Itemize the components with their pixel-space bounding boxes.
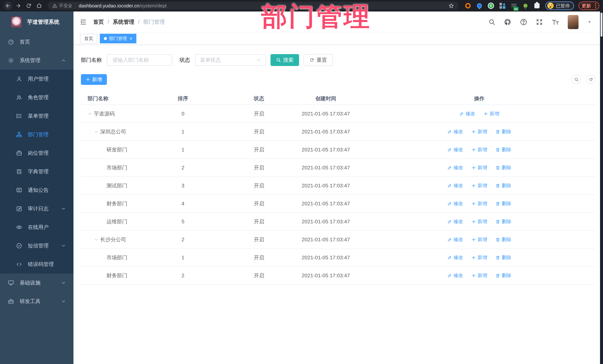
sidebar-item-0[interactable]: 首页	[0, 33, 73, 51]
github-icon[interactable]	[504, 18, 511, 26]
sidebar-collapse-icon[interactable]	[80, 19, 87, 26]
extension-on-icon[interactable]: on	[511, 3, 517, 9]
edit-dept-link[interactable]: 修改	[447, 200, 463, 207]
delete-dept-link[interactable]: 删除	[495, 218, 511, 225]
delete-dept-link[interactable]: 删除	[495, 146, 511, 153]
header-search-icon[interactable]	[488, 19, 495, 26]
dept-status: 开启	[229, 218, 289, 225]
add-child-dept-link[interactable]: 新增	[471, 146, 487, 153]
sidebar-item-14[interactable]: 研发工具	[0, 292, 73, 311]
add-child-dept-link[interactable]: 新增	[471, 236, 487, 243]
edit-dept-link[interactable]: 修改	[447, 164, 463, 171]
avatar-caret-down-icon[interactable]	[587, 20, 592, 24]
edit-dept-link[interactable]: 修改	[447, 272, 463, 279]
refresh-table-button[interactable]	[586, 75, 596, 84]
extension-gear-icon[interactable]	[465, 3, 471, 9]
scrollbar-thumb[interactable]	[601, 13, 603, 37]
tab-home[interactable]: 首页	[80, 34, 97, 43]
add-child-dept-link[interactable]: 新增	[471, 128, 487, 135]
delete-dept-link[interactable]: 删除	[495, 164, 511, 171]
dept-status: 开启	[229, 200, 289, 207]
browser-update-button[interactable]: 更新	[579, 1, 599, 10]
edit-dept-link[interactable]: 修改	[447, 254, 463, 261]
sidebar-item-2[interactable]: 用户管理	[0, 70, 73, 88]
add-child-dept-link[interactable]: 新增	[471, 272, 487, 279]
sidebar-item-1[interactable]: 系统管理	[0, 51, 73, 70]
sidebar-item-4[interactable]: 菜单管理	[0, 107, 73, 125]
browser-back-icon[interactable]	[4, 1, 12, 10]
browser-profile-chip[interactable]: 已暂停	[545, 1, 574, 10]
tree-expand-caret-icon[interactable]	[94, 237, 100, 242]
address-bar[interactable]: 不安全 dashboard.yudao.iocoder.cn /system/d…	[48, 2, 458, 10]
breadcrumb-home[interactable]: 首页	[93, 18, 104, 26]
table-row: 芋道源码0开启2021-01-05 17:03:47修改新增	[81, 105, 596, 122]
delete-dept-link[interactable]: 删除	[495, 254, 511, 261]
dept-sort: 3	[137, 183, 229, 189]
reset-button[interactable]: 重置	[303, 54, 333, 66]
breadcrumb-system[interactable]: 系统管理	[113, 18, 134, 26]
sidebar-item-label: 字典管理	[28, 168, 66, 175]
dept-created-time: 2021-01-05 17:03:47	[289, 183, 363, 189]
tab-dept-management[interactable]: 部门管理 ×	[100, 34, 136, 43]
browser-home-icon[interactable]	[35, 1, 43, 10]
browser-forward-icon[interactable]	[14, 1, 23, 10]
edit-dept-link[interactable]: 修改	[447, 128, 463, 135]
sidebar-item-5[interactable]: 部门管理	[0, 125, 73, 144]
add-child-dept-link[interactable]: 新增	[471, 200, 487, 207]
extension-puzzle-icon[interactable]	[534, 3, 540, 9]
add-child-dept-link[interactable]: 新增	[483, 110, 499, 117]
status-select[interactable]: 菜单状态	[195, 54, 266, 66]
sidebar-item-7[interactable]: 字典管理	[0, 162, 73, 181]
tab-close-icon[interactable]: ×	[129, 36, 132, 41]
edit-dept-link[interactable]: 修改	[447, 182, 463, 189]
edit-dept-link[interactable]: 修改	[447, 218, 463, 225]
delete-dept-link[interactable]: 删除	[495, 200, 511, 207]
tree-expand-caret-icon[interactable]	[94, 129, 100, 134]
status-label: 状态	[180, 56, 190, 64]
extension-check-icon[interactable]: V	[488, 3, 494, 9]
user-avatar[interactable]	[568, 15, 579, 29]
sidebar-item-8[interactable]: 通知公告	[0, 181, 73, 199]
add-child-dept-link[interactable]: 新增	[471, 182, 487, 189]
add-child-dept-link[interactable]: 新增	[471, 254, 487, 261]
help-icon[interactable]	[520, 18, 527, 26]
sidebar-item-11[interactable]: 短信管理	[0, 236, 73, 255]
delete-dept-link[interactable]: 删除	[495, 128, 511, 135]
search-button[interactable]: 搜索	[270, 54, 299, 66]
page-scrollbar[interactable]	[600, 11, 603, 364]
add-dept-button[interactable]: 新增	[81, 74, 107, 85]
dept-name: 芋道源码	[94, 110, 115, 117]
dept-name-input[interactable]	[107, 54, 172, 66]
delete-dept-link[interactable]: 删除	[495, 182, 511, 189]
extension-leaf-icon[interactable]	[522, 3, 529, 9]
font-size-icon[interactable]	[551, 18, 559, 26]
add-child-dept-link[interactable]: 新增	[471, 164, 487, 171]
edit-dept-link[interactable]: 修改	[447, 236, 463, 243]
fullscreen-icon[interactable]	[536, 19, 543, 26]
trash-icon	[495, 237, 500, 242]
extension-grid-icon[interactable]	[499, 3, 506, 9]
add-child-dept-link[interactable]: 新增	[471, 218, 487, 225]
sidebar-item-9[interactable]: 审计日志	[0, 199, 73, 218]
delete-dept-link[interactable]: 删除	[495, 236, 511, 243]
bookmark-star-icon[interactable]	[448, 3, 454, 9]
dept-status: 开启	[229, 128, 289, 135]
delete-dept-link[interactable]: 删除	[495, 272, 511, 279]
browser-reload-icon[interactable]	[24, 1, 33, 10]
edit-dept-link[interactable]: 修改	[447, 146, 463, 153]
browser-menu-dots-icon[interactable]	[595, 3, 596, 8]
tree-expand-caret-icon[interactable]	[88, 111, 94, 116]
extension-pin-icon[interactable]	[476, 3, 483, 9]
sidebar-item-10[interactable]: 在线用户	[0, 218, 73, 236]
sidebar-item-13[interactable]: 基础设施	[0, 274, 73, 292]
trash-icon	[495, 147, 500, 152]
filter-form: 部门名称 状态 菜单状态 搜索 重置	[81, 54, 596, 66]
plus-icon	[471, 129, 476, 134]
sidebar-item-label: 短信管理	[28, 242, 61, 249]
sidebar-logo-row[interactable]: 芋道管理系统	[0, 11, 73, 33]
sidebar-item-3[interactable]: 角色管理	[0, 88, 73, 107]
toggle-search-button[interactable]	[572, 75, 581, 84]
edit-dept-link[interactable]: 修改	[459, 110, 475, 117]
sidebar-item-12[interactable]: 错误码管理	[0, 255, 73, 274]
sidebar-item-6[interactable]: 岗位管理	[0, 144, 73, 162]
